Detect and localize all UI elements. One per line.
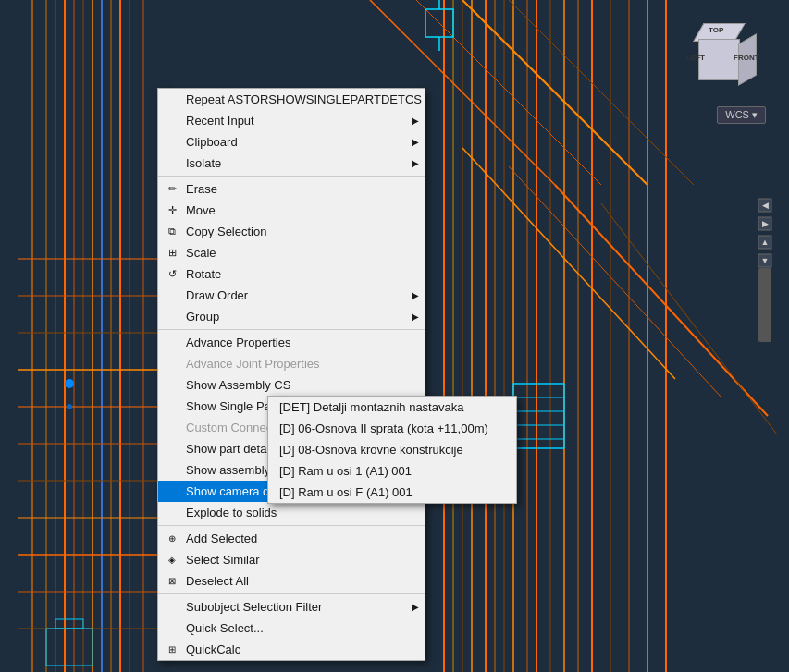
svg-text:▼: ▼: [761, 256, 770, 265]
menu-item-advance-properties[interactable]: Advance Properties: [158, 332, 425, 353]
menu-item-quickcalc[interactable]: ⊞ QuickCalc: [158, 639, 425, 660]
menu-item-explode-to-solids[interactable]: Explode to solids: [158, 502, 425, 523]
menu-item-deselect-all[interactable]: ⊠ Deselect All: [158, 570, 425, 592]
svg-rect-59: [46, 629, 92, 666]
add-selected-icon: ⊕: [164, 531, 180, 547]
menu-item-advance-properties-label: Advance Properties: [186, 336, 290, 349]
menu-item-quickcalc-label: QuickCalc: [186, 642, 240, 656]
svg-line-35: [509, 166, 721, 397]
select-similar-icon: ◈: [164, 552, 180, 568]
viewcube-front-label: FRONT: [734, 54, 759, 62]
menu-item-show-assembly-cs[interactable]: Show Assembly CS: [158, 374, 425, 396]
isolate-arrow: ▶: [412, 158, 419, 168]
submenu-item-det-detalji[interactable]: [DET] Detalji montaznih nastavaka: [268, 397, 516, 418]
scale-icon: [164, 245, 180, 262]
menu-item-group[interactable]: Group ▶: [158, 306, 425, 327]
menu-item-add-selected[interactable]: ⊕ Add Selected: [158, 528, 425, 549]
move-icon: [164, 202, 180, 219]
menu-item-explode-to-solids-label: Explode to solids: [186, 506, 277, 519]
menu-item-show-part-detail-label: Show part detail: [186, 442, 272, 456]
deselect-all-icon: ⊠: [164, 573, 180, 590]
submenu-item-d-06-osnova[interactable]: [D] 06-Osnova II sprata (kota +11,00m): [268, 418, 516, 439]
menu-item-recent-input-label: Recent Input: [186, 114, 254, 128]
separator-2: [158, 329, 425, 330]
menu-item-quick-select-label: Quick Select...: [186, 621, 264, 635]
menu-item-scale-label: Scale: [186, 246, 216, 260]
clipboard-arrow: ▶: [412, 137, 419, 147]
menu-item-group-label: Group: [186, 310, 219, 324]
separator-3: [158, 525, 425, 526]
viewcube[interactable]: TOP LEFT FRONT: [683, 18, 766, 102]
menu-item-draw-order-label: Draw Order: [186, 288, 248, 302]
quickcalc-icon: ⊞: [164, 641, 180, 658]
menu-item-deselect-all-label: Deselect All: [186, 574, 249, 588]
menu-item-quick-select[interactable]: Quick Select...: [158, 617, 425, 639]
submenu-item-d-08-osnova-label: [D] 08-Osnova krovne konstrukcije: [279, 443, 463, 457]
separator-4: [158, 593, 425, 594]
svg-line-36: [601, 203, 777, 434]
menu-item-scale[interactable]: Scale: [158, 242, 425, 263]
group-arrow: ▶: [412, 312, 419, 322]
svg-rect-60: [55, 619, 83, 629]
menu-item-advance-joint-label: Advance Joint Properties: [186, 357, 320, 371]
menu-item-repeat-label: Repeat ASTORSHOWSINGLEPARTDETCS: [186, 92, 422, 106]
submenu-item-d-ram-a1-label: [D] Ram u osi 1 (A1) 001: [279, 464, 412, 478]
menu-item-advance-joint-properties: Advance Joint Properties: [158, 353, 425, 374]
menu-item-show-assembly-cs-label: Show Assembly CS: [186, 378, 290, 392]
svg-rect-69: [758, 268, 771, 342]
menu-item-copy-selection[interactable]: Copy Selection: [158, 221, 425, 242]
menu-item-rotate[interactable]: Rotate: [158, 263, 425, 285]
menu-item-subobject-label: Subobject Selection Filter: [186, 600, 322, 614]
menu-item-draw-order[interactable]: Draw Order ▶: [158, 285, 425, 306]
menu-item-select-similar-label: Select Similar: [186, 553, 259, 567]
erase-icon: [164, 181, 180, 198]
menu-item-move[interactable]: Move: [158, 200, 425, 221]
menu-item-erase-label: Erase: [186, 182, 217, 196]
svg-line-32: [462, 0, 647, 185]
rotate-icon: [164, 266, 180, 283]
wcs-button[interactable]: WCS ▾: [717, 106, 766, 124]
recent-input-arrow: ▶: [412, 116, 419, 126]
svg-text:▶: ▶: [762, 219, 769, 228]
separator-1: [158, 176, 425, 177]
menu-item-move-label: Move: [186, 203, 216, 217]
menu-item-clipboard-label: Clipboard: [186, 135, 238, 149]
svg-text:▲: ▲: [761, 238, 770, 247]
svg-text:◀: ◀: [762, 201, 769, 210]
submenu-item-det-detalji-label: [DET] Detalji montaznih nastavaka: [279, 400, 463, 414]
context-menu: Repeat ASTORSHOWSINGLEPARTDETCS Recent I…: [157, 88, 425, 661]
menu-item-recent-input[interactable]: Recent Input ▶: [158, 110, 425, 131]
submenu-item-d-ram-f-a1-label: [D] Ram u osi F (A1) 001: [279, 485, 413, 499]
submenu-item-d-06-osnova-label: [D] 06-Osnova II sprata (kota +11,00m): [279, 422, 488, 435]
menu-item-isolate-label: Isolate: [186, 156, 221, 170]
menu-item-copy-selection-label: Copy Selection: [186, 225, 266, 238]
subobject-arrow: ▶: [412, 602, 419, 612]
viewcube-top-label: TOP: [709, 26, 723, 34]
submenu-item-d-ram-f-a1[interactable]: [D] Ram u osi F (A1) 001: [268, 482, 516, 503]
menu-item-clipboard[interactable]: Clipboard ▶: [158, 131, 425, 153]
svg-point-57: [65, 379, 74, 388]
menu-item-add-selected-label: Add Selected: [186, 531, 257, 545]
menu-item-erase[interactable]: Erase: [158, 178, 425, 200]
camera-detail-submenu: [DET] Detalji montaznih nastavaka [D] 06…: [267, 396, 517, 504]
menu-item-select-similar[interactable]: ◈ Select Similar: [158, 549, 425, 570]
menu-item-rotate-label: Rotate: [186, 267, 221, 281]
draw-order-arrow: ▶: [412, 290, 419, 300]
menu-item-repeat[interactable]: Repeat ASTORSHOWSINGLEPARTDETCS: [158, 89, 425, 110]
menu-item-subobject-selection-filter[interactable]: Subobject Selection Filter ▶: [158, 596, 425, 617]
svg-line-34: [555, 185, 768, 416]
submenu-item-d-08-osnova[interactable]: [D] 08-Osnova krovne konstrukcije: [268, 439, 516, 460]
viewcube-left-label: LEFT: [686, 54, 705, 62]
copy-icon: [164, 224, 180, 240]
menu-item-isolate[interactable]: Isolate ▶: [158, 153, 425, 174]
svg-point-58: [67, 404, 72, 409]
submenu-item-d-ram-a1[interactable]: [D] Ram u osi 1 (A1) 001: [268, 460, 516, 482]
